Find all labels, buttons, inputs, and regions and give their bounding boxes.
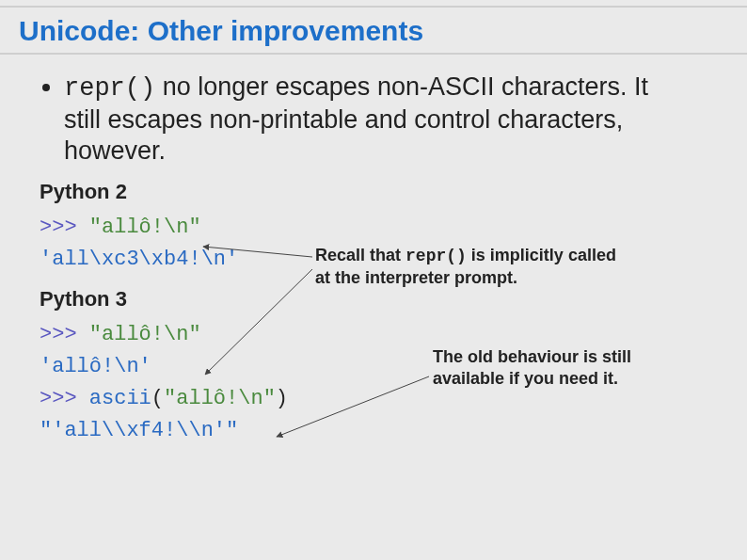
- py3-prompt-1: >>>: [40, 323, 89, 346]
- python2-heading: Python 2: [40, 180, 709, 204]
- bullet-list: repr() no longer escapes non-ASCII chara…: [38, 72, 709, 167]
- py3-prompt-2: >>>: [40, 387, 89, 410]
- note-ascii: The old behaviour is still available if …: [433, 346, 663, 389]
- py3-fn: ascii: [89, 387, 151, 410]
- py3-open-paren: (: [151, 387, 164, 410]
- slide-title: Unicode: Other improvements: [0, 8, 747, 49]
- py2-prompt: >>>: [40, 216, 89, 239]
- py2-output: 'all\xc3\xb4!\n': [40, 248, 238, 271]
- py3-input-str-1: "allô!\n": [89, 323, 201, 346]
- note-repr: Recall that repr() is implicitly called …: [315, 245, 626, 288]
- note-repr-code: repr(): [405, 247, 467, 265]
- bullet-inline-code: repr(): [64, 74, 155, 103]
- note-repr-text-1: Recall that: [315, 246, 405, 264]
- py3-close-paren: ): [276, 387, 288, 410]
- py3-output-1: 'allô!\n': [40, 355, 151, 378]
- py3-input-str-2: "allô!\n": [164, 387, 276, 410]
- bullet-item: repr() no longer escapes non-ASCII chara…: [64, 72, 709, 167]
- py3-output-2: "'all\\xf4!\\n'": [40, 419, 238, 442]
- python3-heading: Python 3: [40, 287, 709, 312]
- py2-input-str: "allô!\n": [89, 216, 201, 239]
